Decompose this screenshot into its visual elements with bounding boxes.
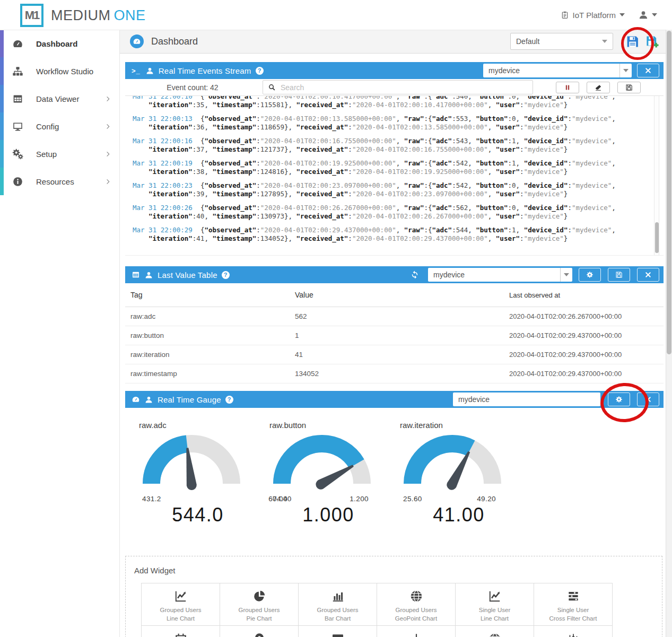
- page-scrollbar[interactable]: [666, 30, 672, 637]
- sidebar-accent-strip: [0, 140, 4, 168]
- gauge-value: 1.000: [278, 504, 379, 526]
- gauge-settings-button[interactable]: [608, 392, 630, 406]
- gauge-icon: [12, 38, 23, 49]
- chevron-right-icon: [104, 151, 111, 158]
- table-close-button[interactable]: [637, 268, 659, 282]
- add-widget-tile-partial[interactable]: [298, 625, 377, 637]
- tile-label-line2: GeoPoint Chart: [395, 615, 437, 622]
- user-menu[interactable]: [639, 10, 657, 20]
- log-entry: Mar 31 22:00:10 {"observed_at":"2020-04-…: [133, 96, 644, 109]
- add-widget-tile-grouped-users-geopoint-chart[interactable]: Grouped UsersGeoPoint Chart: [377, 583, 456, 626]
- clear-stream-button[interactable]: [587, 82, 610, 93]
- gear-icon: [586, 271, 594, 278]
- add-widget-tile-partial[interactable]: [220, 625, 299, 637]
- sidebar-item-resources[interactable]: Resources: [0, 168, 119, 195]
- sidebar-accent-strip: [0, 30, 4, 57]
- sidebar-item-workflow-studio[interactable]: Workflow Studio: [0, 57, 119, 85]
- linechart-icon: [488, 589, 502, 603]
- cell-tag: raw:button: [125, 331, 290, 339]
- sidebar-item-config[interactable]: Config: [0, 112, 119, 140]
- dashboard-gauge-icon: [130, 34, 144, 48]
- table-icon: [12, 93, 23, 104]
- sidebar-item-data-viewer[interactable]: Data Viewer: [0, 85, 119, 112]
- add-widget-tile-grouped-users-line-chart[interactable]: Grouped UsersLine Chart: [141, 583, 220, 626]
- search-input[interactable]: [280, 83, 533, 92]
- add-widget-panel: Add Widget Grouped UsersLine ChartGroupe…: [125, 556, 662, 637]
- pause-icon: [564, 84, 571, 91]
- tile-label-line1: Grouped Users: [160, 607, 202, 613]
- eraser-icon: [595, 84, 602, 91]
- dashboard-select[interactable]: Default: [510, 33, 613, 50]
- brand-logo: M1 MEDIUMONE: [20, 4, 146, 27]
- sidebar-item-label: Setup: [36, 150, 57, 159]
- events-device-combobox[interactable]: mydevice: [483, 64, 632, 77]
- tile-label-line2: Cross Filter Chart: [549, 615, 597, 622]
- events-stream-header: >_ Real Time Events Stream ? mydevice: [125, 62, 664, 79]
- add-widget-title: Add Widget: [134, 566, 662, 575]
- thinline-icon: [409, 632, 423, 637]
- table-save-button[interactable]: [608, 268, 630, 282]
- save-dashboard-button[interactable]: [626, 35, 639, 48]
- table-row: raw:iteration412020-04-01T02:00:29.43700…: [125, 345, 664, 364]
- table-device-combobox[interactable]: mydevice: [428, 268, 572, 282]
- sidebar-item-dashboard[interactable]: Dashboard: [0, 30, 119, 57]
- cell-last-observed: 2020-04-01T02:00:29.437000+00:00: [507, 331, 664, 339]
- save-icon: [625, 84, 633, 91]
- platform-menu[interactable]: IoT Platform: [561, 11, 625, 20]
- logo-mark: M1: [25, 8, 39, 22]
- gauge-device-input[interactable]: mydevice: [453, 392, 600, 406]
- events-scrollbar[interactable]: [654, 96, 659, 255]
- last-value-table-title: Last Value Table: [158, 270, 217, 280]
- medium-one-logo-icon: M1: [20, 4, 43, 27]
- add-widget-tile-partial[interactable]: [455, 625, 534, 637]
- real-time-gauge-widget: Real Time Gauge ? mydevice raw.adc431.26…: [125, 391, 664, 538]
- gauge-close-button[interactable]: [637, 392, 659, 406]
- sidebar-item-setup[interactable]: Setup: [0, 140, 119, 168]
- events-close-button[interactable]: [637, 64, 659, 77]
- brand-name: MEDIUMONE: [51, 7, 146, 24]
- sitemap-icon: [12, 66, 23, 77]
- page-toolbar: Dashboard Default: [119, 30, 666, 54]
- sidebar-item-label: Dashboard: [36, 39, 77, 48]
- add-widget-tile-partial[interactable]: [141, 625, 220, 637]
- events-stream-widget: >_ Real Time Events Stream ? mydevice Ev…: [125, 62, 664, 256]
- help-icon[interactable]: ?: [256, 67, 264, 75]
- table-settings-button[interactable]: [579, 268, 601, 282]
- save-stream-button[interactable]: [617, 82, 641, 93]
- add-widget-tile-partial[interactable]: [534, 625, 613, 637]
- add-widget-tile-single-user-line-chart[interactable]: Single UserLine Chart: [455, 583, 534, 626]
- add-widget-tile-grouped-users-bar-chart[interactable]: Grouped UsersBar Chart: [298, 583, 377, 626]
- refresh-icon[interactable]: [410, 270, 420, 280]
- page-scrollbar-thumb[interactable]: [667, 31, 671, 354]
- add-widget-grid: Grouped UsersLine ChartGrouped UsersPie …: [142, 583, 617, 637]
- table-device-value: mydevice: [428, 270, 465, 279]
- events-scrollbar-thumb[interactable]: [655, 222, 659, 253]
- real-time-gauge-title: Real Time Gauge: [158, 395, 221, 404]
- close-icon: [644, 67, 652, 74]
- cell-tag: raw:timestamp: [125, 370, 290, 378]
- user-icon: [146, 67, 154, 75]
- gauge-dial: [272, 432, 372, 492]
- save-dashboard-as-new-button[interactable]: [645, 35, 659, 48]
- add-widget-tile-grouped-users-pie-chart[interactable]: Grouped UsersPie Chart: [220, 583, 299, 626]
- tile-label-line1: Single User: [557, 607, 589, 613]
- gear-icon: [615, 396, 623, 403]
- help-icon[interactable]: ?: [222, 271, 230, 279]
- add-widget-tile-partial[interactable]: [377, 625, 456, 637]
- info-icon: [12, 176, 23, 187]
- cell-value: 134052: [290, 370, 507, 378]
- log-entry: Mar 31 22:00:19 {"observed_at":"2020-04-…: [133, 159, 644, 176]
- gauge-device-value: mydevice: [453, 395, 490, 404]
- save-icon: [615, 271, 623, 278]
- column-header: Value: [290, 291, 507, 299]
- gauge-icon: [132, 395, 140, 404]
- calendar-icon: [174, 632, 188, 637]
- platform-menu-label: IoT Platform: [573, 11, 616, 20]
- gauge-value: 544.0: [147, 504, 248, 526]
- barchart-icon: [331, 589, 345, 603]
- globe-icon: [409, 589, 423, 603]
- add-widget-tile-single-user-cross-filter-chart[interactable]: Single UserCross Filter Chart: [534, 583, 613, 626]
- help-icon[interactable]: ?: [225, 396, 233, 404]
- app-header: M1 MEDIUMONE IoT Platform: [0, 0, 672, 30]
- pause-stream-button[interactable]: [556, 82, 579, 93]
